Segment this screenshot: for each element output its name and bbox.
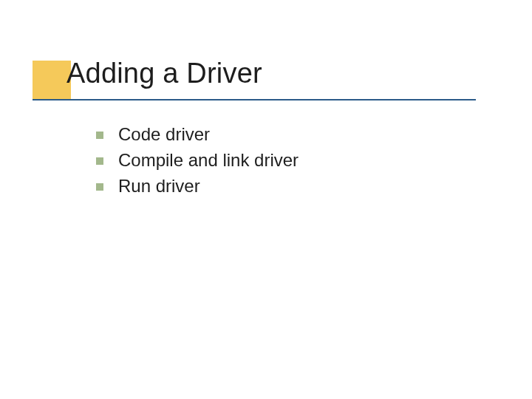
square-bullet-icon (96, 183, 103, 191)
bullet-text: Code driver (118, 124, 210, 145)
bullet-text: Compile and link driver (118, 150, 299, 171)
slide-title: Adding a Driver (66, 58, 262, 89)
square-bullet-icon (96, 132, 103, 139)
title-accent-box (33, 61, 71, 99)
title-underline (33, 99, 476, 100)
bullet-text: Run driver (118, 176, 200, 197)
list-item: Run driver (96, 176, 299, 197)
title-area: Adding a Driver (66, 58, 262, 89)
list-item: Code driver (96, 124, 299, 145)
square-bullet-icon (96, 157, 103, 165)
bullet-list: Code driver Compile and link driver Run … (96, 124, 299, 202)
list-item: Compile and link driver (96, 150, 299, 171)
slide: Adding a Driver Code driver Compile and … (0, 0, 532, 399)
